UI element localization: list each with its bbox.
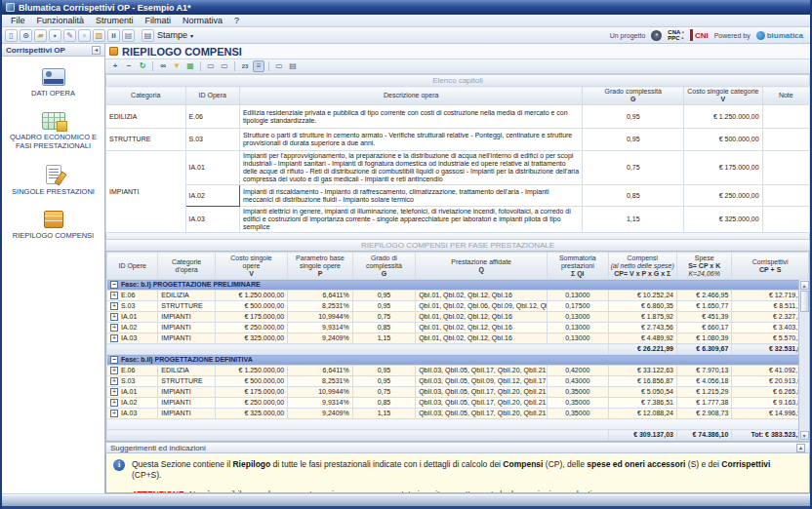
column-header[interactable]: Categoria — [106, 87, 186, 105]
id-opera-cell[interactable]: IA.01 — [185, 151, 239, 185]
powered-by-label: Powered by — [714, 32, 751, 39]
card-view-icon[interactable]: ▭ — [205, 60, 217, 72]
fase-data-row[interactable]: +IA.02IMPIANTI€ 250.000,009,9314%0,85QbI… — [107, 323, 809, 333]
column-header[interactable]: Note — [762, 87, 809, 105]
column-header[interactable]: Grado dicomplessitàG — [352, 253, 415, 280]
column-header[interactable]: Costo singoleopereV — [215, 253, 288, 280]
row-view-icon[interactable]: ≡ — [253, 60, 264, 72]
table-icon[interactable]: ▦ — [184, 60, 196, 72]
print-preview-icon[interactable]: ⊙ — [20, 29, 32, 42]
fase-data-row[interactable]: +IA.01IMPIANTI€ 175.000,0010,9944%0,75Qb… — [107, 312, 809, 323]
scroll-down-icon[interactable]: ▾ — [800, 431, 809, 440]
fase-data-row[interactable]: +IA.03IMPIANTI€ 325.000,009,2409%1,15QbI… — [107, 409, 809, 419]
column-header[interactable]: CorrispettiviCP + S — [732, 253, 809, 280]
menu-item-normativa[interactable]: Normativa — [177, 16, 228, 25]
capitoli-row[interactable]: STRUTTURES.03Strutture o parti di strutt… — [106, 129, 810, 151]
menu-item-file[interactable]: File — [5, 16, 31, 25]
expand-row-icon[interactable]: + — [110, 302, 118, 310]
fase-data-row[interactable]: +E.06EDILIZIA€ 1.250.000,006,6411%0,95Qb… — [107, 366, 809, 376]
refresh-icon[interactable]: ↻ — [137, 60, 148, 72]
capitoli-row[interactable]: EDILIZIAE.06Edilizia residenziale privat… — [106, 105, 810, 129]
page-heading: RIEPILOGO COMPENSI — [105, 44, 810, 59]
parametro-cell: 9,9314% — [288, 398, 352, 409]
column-header[interactable]: Descrizione opera — [239, 87, 582, 105]
new-document-icon[interactable]: ▯ — [5, 29, 18, 42]
expand-row-icon[interactable]: + — [110, 377, 118, 385]
fase-data-row[interactable]: +E.06EDILIZIA€ 1.250.000,006,6411%0,95Qb… — [107, 291, 809, 301]
column-header[interactable]: ID Opere — [107, 253, 158, 280]
fase-data-row[interactable]: +IA.02IMPIANTI€ 250.000,009,9314%0,85QbI… — [107, 398, 809, 409]
expand-row-icon[interactable]: + — [110, 388, 118, 396]
export-icon[interactable]: ▫ — [78, 29, 91, 42]
grid-23-icon[interactable]: 23 — [239, 60, 251, 72]
expand-row-icon[interactable]: + — [110, 324, 118, 332]
column-header[interactable]: SpeseS= CP x KK=24,06% — [677, 253, 732, 280]
collapse-all-icon[interactable]: − — [123, 60, 135, 72]
column-header[interactable]: ID Opera — [185, 87, 239, 105]
expand-row-icon[interactable]: + — [110, 313, 118, 321]
sidebar-item-dati-opera[interactable]: DATI OPERA — [2, 68, 104, 98]
detail-view-icon[interactable]: ▭ — [273, 60, 285, 72]
menu-item-strumenti[interactable]: Strumenti — [90, 16, 140, 25]
expand-all-icon[interactable]: + — [109, 60, 121, 72]
edit-icon[interactable]: ✎ — [63, 29, 76, 42]
id-opera-cell[interactable]: E.06 — [185, 105, 239, 129]
fase-data-row[interactable]: +IA.03IMPIANTI€ 325.000,009,2409%1,15QbI… — [107, 333, 809, 344]
column-header[interactable]: Parametro basesingole opereP — [288, 253, 352, 280]
save-icon[interactable]: ▪ — [49, 29, 61, 42]
expand-row-icon[interactable]: + — [110, 292, 118, 299]
scroll-up-icon[interactable]: ▴ — [800, 281, 809, 290]
report-icon[interactable]: ▤ — [122, 29, 135, 42]
column-header[interactable]: Categoried'opera — [158, 253, 215, 280]
capitoli-row[interactable]: IMPIANTIIA.01Impianti per l'approvvigion… — [106, 151, 810, 185]
column-header[interactable]: SommatoriaprestazioniΣ Qi — [548, 253, 608, 280]
sidebar-collapse-button[interactable]: ◂ — [92, 46, 101, 55]
scroll-thumb[interactable] — [800, 291, 809, 312]
fase-data-row[interactable]: +S.03STRUTTURE€ 500.000,008,2531%0,95QbI… — [107, 301, 809, 312]
costo-cell: € 1.250.000,00 — [684, 105, 763, 129]
sidebar-item-quadro-economico-e-fasi-prestazionali[interactable]: QUADRO ECONOMICO E FASI PRESTAZIONALI — [2, 112, 104, 150]
id-opere-cell: +IA.01 — [107, 387, 158, 398]
column-header[interactable]: Costo singole categorieV — [684, 87, 763, 105]
collapse-group-icon[interactable]: − — [110, 356, 118, 364]
menu-item-filmati[interactable]: Filmati — [140, 16, 178, 25]
expand-row-icon[interactable]: + — [110, 410, 118, 417]
vertical-scrollbar[interactable]: ▴ ▾ — [798, 280, 809, 441]
id-opera-cell[interactable]: IA.03 — [185, 207, 239, 233]
column-header[interactable]: Compensi(al netto delle spese)CP= V x P … — [608, 253, 676, 280]
expand-row-icon[interactable]: + — [110, 367, 118, 374]
menu-item-funzionalit[interactable]: Funzionalità — [31, 16, 91, 25]
fase-group-row[interactable]: −Fase: b.II) PROGETTAZIONE DEFINITIVA — [107, 355, 809, 366]
parametro-cell: 10,9944% — [288, 387, 352, 398]
section-icon — [109, 47, 118, 56]
archive-icon[interactable]: ▨ — [93, 29, 105, 42]
filter-icon[interactable]: ▼ — [171, 60, 183, 72]
column-header[interactable]: Grado complessitàG — [583, 87, 684, 105]
capitoli-row[interactable]: IA.02Impianti di riscaldamento - Impiant… — [106, 185, 810, 207]
title-bar[interactable]: Blumatica Corrispettivi OP - Esempio A1* — [2, 0, 810, 15]
expand-row-icon[interactable]: + — [110, 334, 118, 342]
print-icon[interactable]: ▤ — [287, 60, 299, 72]
form-view-icon[interactable]: ▭ — [219, 60, 230, 72]
find-icon[interactable]: ∞ — [157, 60, 169, 72]
sidebar-item-riepilogo-compensi[interactable]: RIEPILOGO COMPENSI — [2, 211, 104, 240]
sommatoria-cell: 0,35000 — [548, 398, 608, 409]
note-cell — [762, 129, 809, 151]
fase-data-row[interactable]: +S.03STRUTTURE€ 500.000,008,2531%0,95QbI… — [107, 376, 809, 387]
prestazione-cell: QbII.03, QbII.05, QbII.17, QbII.20, QbII… — [416, 366, 548, 376]
collapse-group-icon[interactable]: − — [110, 281, 118, 289]
capitoli-row[interactable]: IA.03Impianti elettrici in genere, impia… — [106, 207, 810, 233]
menu-item-?[interactable]: ? — [228, 16, 245, 25]
users-icon[interactable]: ii — [107, 29, 120, 42]
suggerimenti-collapse-button[interactable]: ▴ — [796, 444, 805, 452]
id-opera-cell[interactable]: S.03 — [185, 129, 239, 151]
sidebar-item-singole-prestazioni[interactable]: SINGOLE PRESTAZIONI — [2, 165, 104, 196]
fase-data-row[interactable]: +IA.01IMPIANTI€ 175.000,0010,9944%0,75Qb… — [107, 387, 809, 398]
column-header[interactable]: Prestazione affidateQ — [416, 253, 548, 280]
fase-group-row[interactable]: −Fase: b.I) PROGETTAZIONE PRELIMINARE — [107, 280, 809, 291]
id-opera-cell[interactable]: IA.02 — [185, 185, 239, 207]
main-toolbar: ▯⊙▰▪✎▫▨ii▤ ▤ Stampe ▾ Un progetto * CNA … — [2, 27, 810, 44]
open-folder-icon[interactable]: ▰ — [34, 29, 47, 42]
expand-row-icon[interactable]: + — [110, 399, 118, 407]
stampe-button[interactable]: ▤ Stampe ▾ — [137, 28, 198, 43]
